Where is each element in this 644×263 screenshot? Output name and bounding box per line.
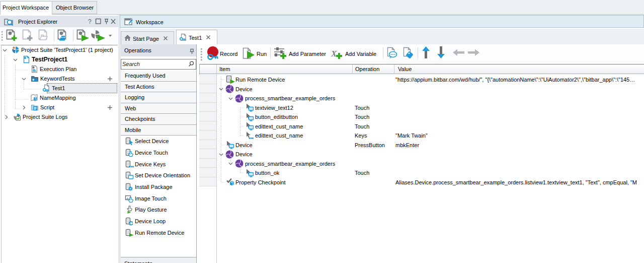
svg-text:Add Parameter: Add Parameter	[289, 51, 326, 57]
svg-text:Record: Record	[220, 51, 237, 57]
svg-text:X: X	[331, 49, 337, 58]
svg-text:?: ?	[88, 18, 92, 25]
svg-text:Add Variable: Add Variable	[345, 51, 376, 57]
svg-text:Run: Run	[257, 51, 267, 57]
